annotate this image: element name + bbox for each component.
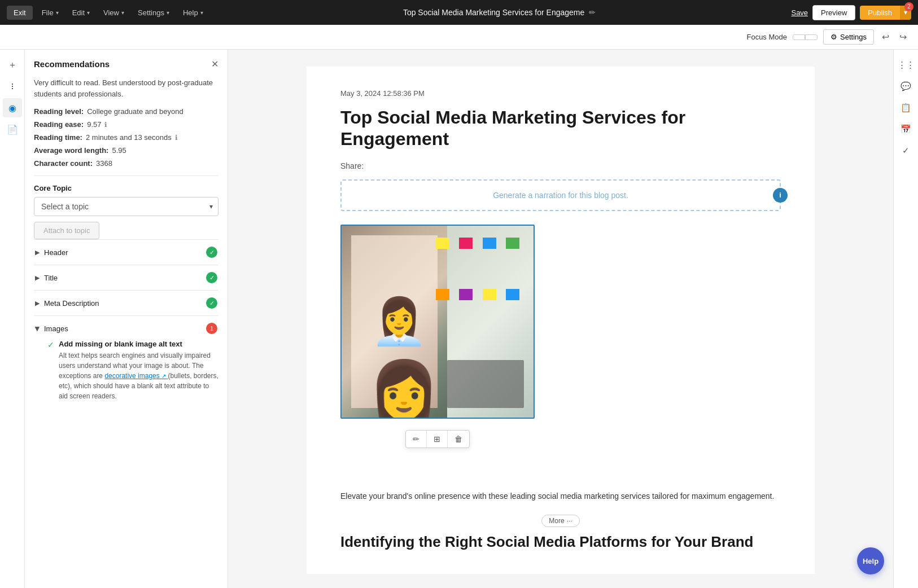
narration-info-bubble[interactable]: i — [773, 188, 788, 203]
grid-dots-icon-button[interactable]: ⋮⋮ — [897, 55, 916, 74]
right-sidebar-icons: ⋮⋮ 💬 📋 📅 ✓ — [893, 50, 918, 588]
nav-right-actions: Save Preview Publish ▾ 2 — [791, 5, 911, 20]
header-accordion: ▶ Header ✓ — [34, 239, 218, 265]
edit-menu[interactable]: Edit ▾ — [68, 6, 94, 19]
reading-time-label: Reading time: — [34, 133, 82, 142]
help-chevron-icon: ▾ — [200, 10, 203, 16]
more-button[interactable]: More ··· — [541, 515, 579, 527]
settings-chevron-icon: ▾ — [167, 10, 169, 16]
external-link-icon: ↗ — [161, 373, 166, 379]
header-status-check: ✓ — [206, 247, 217, 258]
panel-header: Recommendations ✕ — [34, 59, 218, 69]
file-menu[interactable]: File ▾ — [37, 6, 63, 19]
title-accordion-header[interactable]: ▶ Title ✓ — [34, 272, 218, 283]
narration-section: Generate a narration for this blog post.… — [340, 179, 781, 211]
image-edit-button[interactable]: ✏ — [406, 431, 427, 447]
clipboard-icon-button[interactable]: 📋 — [897, 98, 916, 117]
secondary-toolbar: Focus Mode ⚙ Settings ↩ ↪ — [0, 25, 918, 50]
content-area: May 3, 2024 12:58:36 PM Top Social Media… — [228, 50, 893, 588]
blog-image-container: 👩 — [340, 225, 535, 419]
divider — [34, 175, 218, 176]
panel-close-button[interactable]: ✕ — [211, 59, 218, 69]
reading-ease-info-icon[interactable]: ℹ — [104, 121, 107, 129]
image-crop-button[interactable]: ⊞ — [427, 431, 448, 447]
recommendations-icon-button[interactable]: ◉ — [3, 98, 22, 117]
save-link[interactable]: Save — [791, 8, 808, 17]
comments-icon-button[interactable]: 💬 — [897, 77, 916, 96]
meta-accordion-header[interactable]: ▶ Meta Description ✓ — [34, 297, 218, 309]
publish-badge: 2 — [904, 2, 913, 11]
images-accordion-header[interactable]: ▶ Images 1 — [34, 323, 218, 334]
article-section-heading[interactable]: Identifying the Right Social Media Platf… — [340, 533, 781, 552]
suggestion-description: Alt text helps search engines and visual… — [59, 350, 218, 401]
blog-image[interactable]: 👩 — [342, 226, 534, 418]
images-content: ✓ Add missing or blank image alt text Al… — [34, 334, 218, 401]
document-title: Top Social Media Marketing Services for … — [403, 8, 584, 17]
images-chevron-icon: ▶ — [34, 326, 41, 331]
publish-dropdown-button[interactable]: ▾ 2 — [900, 6, 911, 20]
reading-ease-label: Reading ease: — [34, 120, 84, 129]
reading-time-value: 2 minutes and 13 seconds — [86, 133, 172, 142]
image-toolbar: ✏ ⊞ 🗑 — [405, 430, 470, 448]
gear-icon: ⚙ — [830, 33, 837, 41]
help-fab-button[interactable]: Help — [857, 547, 884, 574]
article-title[interactable]: Top Social Media Marketing Services for … — [340, 107, 781, 150]
redo-button[interactable]: ↪ — [897, 29, 909, 45]
title-accordion-title: Title — [44, 274, 58, 282]
meta-accordion-title: Meta Description — [44, 299, 99, 308]
reading-time-info-icon[interactable]: ℹ — [175, 134, 178, 142]
calendar-icon-button[interactable]: 📅 — [897, 120, 916, 139]
publish-button[interactable]: Publish — [860, 6, 900, 20]
edit-title-icon[interactable]: ✏ — [589, 8, 596, 17]
narration-box[interactable]: Generate a narration for this blog post.… — [340, 179, 781, 211]
core-topic-label: Core Topic — [34, 184, 218, 192]
avg-word-label: Average word length: — [34, 146, 108, 155]
settings-button[interactable]: ⚙ Settings — [823, 29, 874, 45]
structure-icon-button[interactable]: ⫶ — [3, 77, 22, 96]
char-count-row: Character count: 3368 — [34, 159, 218, 168]
images-status-badge: 1 — [206, 323, 217, 334]
images-accordion: ▶ Images 1 ✓ Add missing or blank image … — [34, 315, 218, 411]
article-paragraph[interactable]: Elevate your brand's online presence wit… — [340, 490, 781, 503]
images-suggestion-item: ✓ Add missing or blank image alt text Al… — [47, 340, 218, 401]
add-icon-button[interactable]: ＋ — [3, 55, 22, 74]
char-count-value: 3368 — [96, 159, 112, 168]
topic-select[interactable]: Select a topic — [34, 197, 218, 216]
suggestion-details: Add missing or blank image alt text Alt … — [59, 340, 218, 401]
image-section: 👩 ✏ ⊞ 🗑 — [340, 225, 535, 424]
header-accordion-title: Header — [44, 248, 68, 257]
recommendations-panel: Recommendations ✕ Very difficult to read… — [25, 50, 228, 588]
main-layout: ＋ ⫶ ◉ 📄 Recommendations ✕ Very difficult… — [0, 50, 918, 588]
reading-level-value: College graduate and beyond — [87, 107, 183, 116]
images-accordion-title: Images — [44, 324, 68, 333]
undo-button[interactable]: ↩ — [880, 29, 891, 45]
focus-mode-label: Focus Mode — [746, 33, 787, 41]
image-delete-button[interactable]: 🗑 — [448, 431, 469, 447]
suggestion-check-icon: ✓ — [47, 340, 54, 349]
meta-chevron-icon: ▶ — [35, 300, 40, 307]
readability-description: Very difficult to read. Best understood … — [34, 77, 218, 99]
left-sidebar-icons: ＋ ⫶ ◉ 📄 — [0, 50, 25, 588]
focus-toggle-left[interactable] — [793, 34, 805, 40]
core-topic-section: Core Topic Select a topic ▾ Attach to to… — [34, 184, 218, 239]
view-chevron-icon: ▾ — [121, 10, 124, 16]
publish-button-group: Publish ▾ 2 — [860, 6, 911, 20]
title-chevron-icon: ▶ — [35, 274, 40, 282]
preview-button[interactable]: Preview — [812, 5, 855, 20]
pages-icon-button[interactable]: 📄 — [3, 120, 22, 139]
check-icon-button[interactable]: ✓ — [897, 141, 916, 160]
decorative-images-link[interactable]: decorative images ↗ — [104, 372, 168, 380]
help-menu[interactable]: Help ▾ — [178, 6, 208, 19]
settings-menu[interactable]: Settings ▾ — [133, 6, 174, 19]
panel-title: Recommendations — [34, 59, 110, 69]
more-bar: More ··· — [340, 515, 781, 527]
header-accordion-header[interactable]: ▶ Header ✓ — [34, 247, 218, 258]
view-menu[interactable]: View ▾ — [99, 6, 129, 19]
title-status-check: ✓ — [206, 272, 217, 283]
exit-button[interactable]: Exit — [7, 6, 33, 20]
avg-word-length-row: Average word length: 5.95 — [34, 146, 218, 155]
reading-level-row: Reading level: College graduate and beyo… — [34, 107, 218, 116]
attach-to-topic-button: Attach to topic — [34, 222, 99, 239]
focus-toggle-right[interactable] — [805, 34, 818, 40]
file-chevron-icon: ▾ — [56, 10, 59, 16]
